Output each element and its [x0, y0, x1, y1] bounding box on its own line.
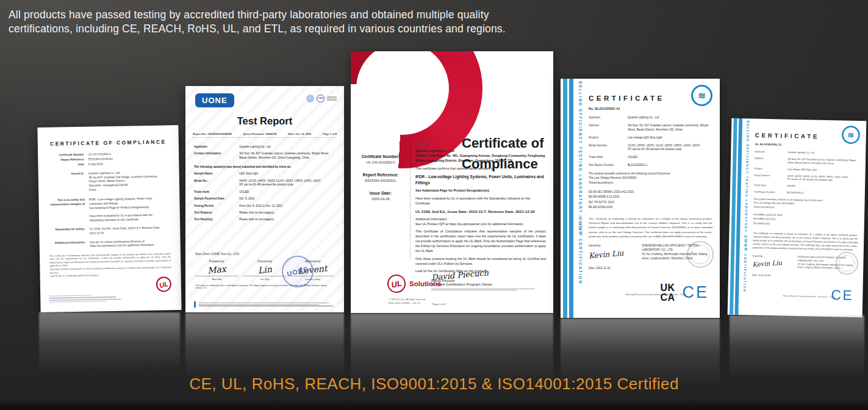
certificate-title: CERTIFICATE OF COMPLIANCE [45, 138, 171, 147]
ilac-mra-icon: ilac [306, 95, 314, 103]
field-row: Additional Information: See the UL Onlin… [47, 239, 173, 250]
signature-prepared: Prepared by Max Max Wu [195, 260, 239, 281]
conformity-paragraph: This Certificate of conformity is based … [753, 231, 858, 252]
certificate-title: CERTIFICATE [589, 95, 712, 102]
uone-logo: UONE [195, 93, 234, 107]
signature-script: Kevin Liu [752, 258, 794, 268]
lab-name: Shen Zhen UONE Test Co., LTD. [195, 252, 334, 256]
reflection [39, 312, 180, 381]
accreditation-text [327, 96, 337, 101]
ul-logo: UL [154, 275, 173, 293]
certificate-number: No. BL210910001 01 [755, 142, 859, 148]
report-header-row: Report No.: U01052211069802E Query Passw… [193, 132, 337, 138]
signature-script: Kevin Liu [589, 247, 639, 260]
certificate-fields: Applicant: Quanhe Lighting Co., Ltd Addr… [589, 116, 712, 168]
field-row: Address: 3rd floor, No. 637 Guantian Lao… [755, 157, 859, 166]
certificate-ul-compliance-main: Certificate of Compliance Certificate Nu… [351, 51, 553, 313]
field-row: Standard(s) for Safety: UL 2108, 2nd Ed.… [46, 226, 173, 236]
directives-paragraph: The product herewith conforms to the fol… [589, 171, 712, 185]
signature-script: Lin [243, 262, 287, 276]
blue-stripe [569, 79, 573, 318]
field-row: Model Number: UCXX, UHXX, UNXX, ULXX, UD… [754, 174, 859, 183]
field-row: Model Number: UCXX, UHXX, UNXX, ULXX, UD… [589, 144, 712, 153]
bottom-shadow-strip [0, 398, 868, 410]
standard-line: UL 2108, 2nd Ed., Issue Date: 2015-12-7,… [415, 209, 546, 214]
field-row: Test Report Number: BL221102001-1 [589, 164, 712, 168]
microprint-lines [431, 289, 535, 290]
field-row: Product: Low voltage LED Strip Light [755, 167, 859, 173]
field-row: Sample Name: LED Strip Light [194, 172, 335, 176]
issued-by: Issued by: Kevin Liu Date: 2021-09-23 [752, 254, 794, 277]
certificate-fields: Applicant: Quanhe Lighting Co., Ltd Addr… [754, 150, 859, 196]
certificate-footer: Belling Efficiency Testing Laboratory - … [597, 293, 715, 296]
report-fields: Applicant: Quanhe Lighting Co., Ltd. Con… [194, 145, 335, 160]
lab-vertical-text: BELLING EFFICIENCY TESTING LABORATORY 认证… [575, 81, 583, 318]
field-row: Test Result(s): Please refer to next pag… [194, 218, 335, 222]
conformity-paragraph: This Certificate of conformity is based … [589, 217, 712, 239]
field-row: Model No.: HVXX, UCXX, UHXX, UNXX, ULXX,… [194, 179, 335, 188]
field-row: This is to certify that representative s… [46, 196, 173, 223]
certificate-number: No. BL221102001 01 [589, 107, 712, 110]
standards-list: EN 60598-1:2015+A1:2018 EN 60598-2-21:20… [753, 213, 858, 228]
field-row: Test Request: Please refer to next page(… [194, 211, 335, 215]
certificate-ul-compliance-1: CERTIFICATE OF COMPLIANCE Certificate Nu… [37, 125, 181, 312]
certificate-detail-column: Issued to: Quanhe Lighting Co., Ltd. 1B1… [415, 142, 546, 276]
issued-to-address: Quanhe Lighting Co., Ltd. 1B1614, Lefu P… [415, 149, 546, 164]
field-row: Product: Low voltage LED Strip Light [589, 136, 712, 140]
field-row: Issued to: Quanhe Lighting Co., Ltd. 3F,… [46, 170, 173, 193]
field-row: Address: 3rd floor, No. 637 Guantian Lao… [589, 124, 712, 132]
field-row: Applicant: Quanhe Lighting Co., Ltd [755, 150, 859, 156]
field-row: Testing Period: From Oct. 8, 2021 to Oct… [194, 204, 335, 209]
microprint-lines [49, 293, 122, 304]
signer-block: David Piecuch David Piecuch UL Mark Cert… [431, 268, 535, 292]
certificate-fields: Certificate Number UL-US-2311652-0 Repor… [45, 151, 173, 249]
certificate-uone-test-report: UONE ilac CNAS Test Report Report No.: U… [185, 86, 344, 312]
report-title: Test Report [185, 115, 344, 127]
scaled-content: BELLING EFFICIENCY TESTING LABORATORY 认证… [728, 118, 867, 317]
blue-stripe [563, 79, 567, 318]
signature-checked: Checked by Lin Lin Zhu [243, 260, 287, 281]
field-row: Test Report Number: BL210910001-1 [754, 190, 859, 196]
field-row: Trade mark: UGLED [194, 190, 335, 195]
directives-paragraph: The product herewith conforms to the fol… [753, 197, 858, 210]
signature-block: Shen Zhen UONE Test Co., LTD. Prepared b… [195, 252, 334, 281]
field-row: Trade Mark: UGLED [754, 184, 859, 190]
certified-tagline: CE, UL, RoHS, REACH, ISO9001:2015 & ISO1… [0, 375, 868, 394]
standards-list: ES EN IEC 60598-1:2021+A11:2021 BS EN 60… [589, 190, 712, 210]
field-row: Trade Mark: UGLED [589, 156, 712, 160]
field-row: Sample Received Date: Oct. 8, 2021 [194, 197, 335, 201]
issued-by: Issued by: Kevin Liu Date: 2022-11-16 [589, 244, 638, 270]
signature-script: Max [195, 262, 239, 276]
ul-solutions-logo: UL Solutions [387, 275, 441, 293]
fine-print: This Certificate of Compliance indicates… [49, 253, 171, 278]
product-scope: IFDR - Low-voltage Lighting Systems, Pow… [415, 174, 546, 186]
validity-note: This report is valid only with a valid d… [195, 284, 334, 289]
field-row: Applicant: Quanhe Lighting Co., Ltd. [194, 145, 335, 149]
certificate-meta-column: Certificate Number: UL-US-2311652-0 Repo… [353, 146, 408, 201]
sample-fields: Sample Name: LED Strip Light Model No.: … [194, 172, 335, 222]
column-divider [410, 143, 411, 258]
issue-date: Date: 2021-09-23 [752, 273, 794, 277]
banner-heading: All products have passed testing by accr… [9, 8, 545, 37]
sample-heading: The following sample(s) was (were) submi… [194, 165, 335, 168]
certificate-belling-lvd-2021: BELLING EFFICIENCY TESTING LABORATORY 认证… [728, 118, 867, 318]
issue-date: Date: 2022-11-16 [589, 267, 638, 270]
field-row: Applicant: Quanhe Lighting Co., Ltd [589, 116, 712, 120]
field-row: Contact information: 3rd floor, No. 637 … [194, 152, 335, 160]
certificate-belling-lvd-2022: BELLING EFFICIENCY TESTING LABORATORY 认证… [561, 79, 720, 318]
copyright-note: © 2025 UL LLC. All rights reserved. Form… [389, 298, 426, 305]
report-footer-microprint [194, 301, 335, 308]
page-number: Page 1 of 2 [432, 303, 446, 306]
accreditation-logos: ilac CNAS [306, 95, 337, 103]
cnas-icon: CNAS [317, 95, 325, 103]
ul-logo: UL [386, 273, 407, 295]
lab-round-stamp [687, 241, 714, 268]
certifications-banner: All products have passed testing by accr… [0, 0, 868, 410]
